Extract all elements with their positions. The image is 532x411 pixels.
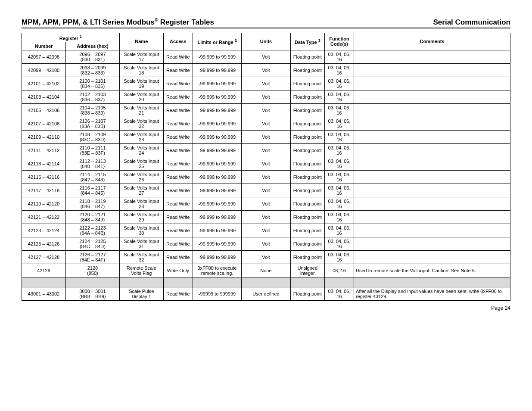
cell-type: Floating point: [290, 211, 324, 224]
cell-type: Floating point: [290, 131, 324, 144]
cell-access: Read Write: [163, 157, 193, 171]
cell-func: 03, 04, 06, 16: [325, 144, 354, 157]
cell-addr: 2102 – 2103(836 – 837): [66, 90, 120, 104]
cell-addr: 2120 – 2121(848 – 849): [66, 211, 120, 224]
cell-name: Scale Volts Input 19: [119, 77, 163, 90]
cell-num: 42103 – 42104: [22, 90, 66, 104]
cell-name: Scale Pulse Display 1: [119, 287, 163, 301]
cell-comm: [354, 90, 510, 104]
cell-units: Volt: [242, 90, 290, 104]
cell-access: Read Write: [163, 211, 193, 224]
cell-num: 42123 – 42124: [22, 224, 66, 237]
cell-name: Scale Volts Input 30: [119, 224, 163, 237]
separator-cell: [242, 277, 290, 287]
cell-num: 42119 – 42120: [22, 197, 66, 211]
col-name: Name: [119, 33, 163, 50]
col-data-type: Data Type 3: [290, 33, 324, 50]
title-text-a: MPM, APM, PPM, & LTI Series Modbus: [22, 18, 155, 26]
cell-func: 06, 16: [325, 264, 354, 277]
cell-num: 42099 – 42100: [22, 64, 66, 77]
cell-limits: -99.999 to 99.999: [193, 64, 241, 77]
cell-units: User defined: [242, 287, 290, 301]
cell-units: Volt: [242, 184, 290, 197]
table-row: 42123 – 421242122 – 2123(84A – 84B)Scale…: [22, 224, 510, 237]
cell-func: 03, 04, 06, 16: [325, 211, 354, 224]
cell-limits: -99.999 to 99.999: [193, 171, 241, 184]
cell-comm: [354, 157, 510, 171]
table-row: 42099 – 421002098 – 2099(832 – 833)Scale…: [22, 64, 510, 77]
cell-type: Floating point: [290, 90, 324, 104]
cell-addr: 3000 – 3001(BB8 – BB9): [66, 287, 120, 301]
cell-units: Volt: [242, 237, 290, 251]
cell-type: Floating point: [290, 117, 324, 131]
col-limits: Limits or Range 2: [193, 33, 241, 50]
cell-comm: After all the Display and Input values h…: [354, 287, 510, 301]
cell-limits: -99.999 to 99.999: [193, 237, 241, 251]
cell-units: None: [242, 264, 290, 277]
cell-units: Volt: [242, 251, 290, 264]
cell-num: 42121 – 42122: [22, 211, 66, 224]
cell-func: 03, 04, 06, 16: [325, 50, 354, 64]
table-row: 42107 – 421082106 – 2107(83A – 83B)Scale…: [22, 117, 510, 131]
cell-addr: 2118 – 2119(846 – 847): [66, 197, 120, 211]
cell-addr: 2108 – 2109(83C – 83D): [66, 131, 120, 144]
cell-limits: -99.999 to 99.999: [193, 50, 241, 64]
cell-units: Volt: [242, 144, 290, 157]
cell-addr: 2122 – 2123(84A – 84B): [66, 224, 120, 237]
cell-limits: -99.999 to 99.999: [193, 197, 241, 211]
cell-func: 03, 04, 06, 16: [325, 131, 354, 144]
cell-type: Floating point: [290, 224, 324, 237]
table-row: 42115 – 421162114 – 2115(842 – 843)Scale…: [22, 171, 510, 184]
table-head: Register 1 Name Access Limits or Range 2…: [22, 33, 510, 50]
cell-func: 03, 04, 06, 16: [325, 287, 354, 301]
cell-addr: 2096 – 2097(830 – 831): [66, 50, 120, 64]
title-text-b: Register Tables: [158, 18, 214, 26]
cell-addr: 2112 – 2113(840 – 841): [66, 157, 120, 171]
cell-access: Read Write: [163, 224, 193, 237]
cell-limits: -99.999 to 99.999: [193, 211, 241, 224]
cell-name: Scale Volts Input 22: [119, 117, 163, 131]
table-body: 42097 – 420982096 – 2097(830 – 831)Scale…: [22, 50, 510, 301]
cell-func: 03, 04, 06, 16: [325, 237, 354, 251]
cell-type: Floating point: [290, 157, 324, 171]
cell-comm: [354, 104, 510, 117]
cell-limits: -99.999 to 99.999: [193, 90, 241, 104]
cell-limits: -99.999 to 99.999: [193, 144, 241, 157]
cell-type: Floating point: [290, 50, 324, 64]
cell-units: Volt: [242, 104, 290, 117]
header-title-right: Serial Communication: [433, 18, 510, 27]
cell-addr: 2116 – 2117(844 – 845): [66, 184, 120, 197]
cell-limits: -99.999 to 99.999: [193, 117, 241, 131]
cell-num: 42127 – 42128: [22, 251, 66, 264]
cell-name: Scale Volts Input 24: [119, 144, 163, 157]
cell-num: 42105 – 42106: [22, 104, 66, 117]
cell-func: 03, 04, 06, 16: [325, 197, 354, 211]
cell-comm: [354, 144, 510, 157]
cell-units: Volt: [242, 224, 290, 237]
cell-access: Read Write: [163, 251, 193, 264]
table-row: 42125 – 421262124 – 2125(84C – 84D)Scale…: [22, 237, 510, 251]
cell-name: Scale Volts Input 31: [119, 237, 163, 251]
cell-num: 42129: [22, 264, 66, 277]
table-row: 42105 – 421062104 – 2105(838 – 839)Scale…: [22, 104, 510, 117]
cell-access: Read Write: [163, 144, 193, 157]
cell-name: Scale Volts Input 18: [119, 64, 163, 77]
cell-comm: [354, 50, 510, 64]
cell-units: Volt: [242, 171, 290, 184]
cell-name: Scale Volts Input 17: [119, 50, 163, 64]
cell-comm: [354, 117, 510, 131]
separator-cell: [193, 277, 241, 287]
cell-limits: -99.999 to 99.999: [193, 224, 241, 237]
cell-addr: 2124 – 2125(84C – 84D): [66, 237, 120, 251]
cell-name: Scale Volts Input 28: [119, 197, 163, 211]
table-row: 42103 – 421042102 – 2103(836 – 837)Scale…: [22, 90, 510, 104]
cell-comm: [354, 197, 510, 211]
cell-limits: -99.999 to 99.999: [193, 157, 241, 171]
cell-addr: 2104 – 2105(838 – 839): [66, 104, 120, 117]
cell-func: 03, 04, 06, 16: [325, 77, 354, 90]
cell-limits: 0xFF00 to execute remote scaling.: [193, 264, 241, 277]
cell-limits: -99.999 to 99.999: [193, 77, 241, 90]
cell-num: 42117 – 42118: [22, 184, 66, 197]
cell-access: Read Write: [163, 287, 193, 301]
table-row: 42121 – 421222120 – 2121(848 – 849)Scale…: [22, 211, 510, 224]
